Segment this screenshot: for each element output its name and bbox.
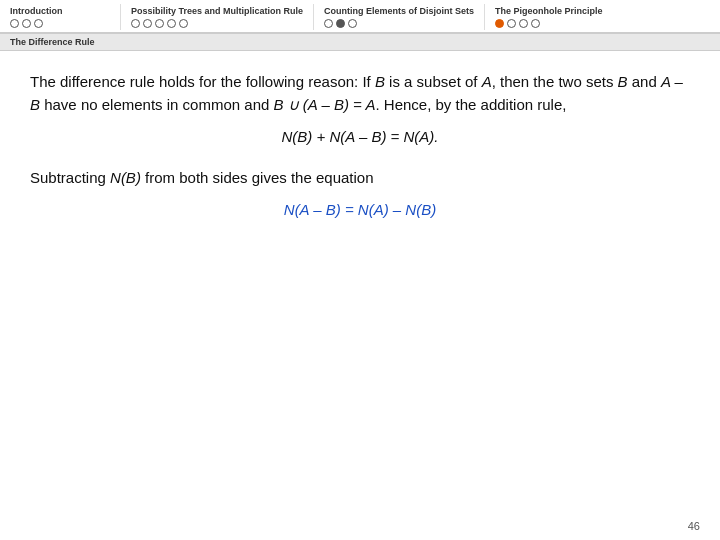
nav-dots-counting <box>324 19 474 28</box>
p2-NB: N(B) <box>110 169 141 186</box>
nav-dots-pigeonhole <box>495 19 603 28</box>
dot-poss-2 <box>143 19 152 28</box>
dot-pig-4 <box>531 19 540 28</box>
paragraph-2: Subtracting N(B) from both sides gives t… <box>30 167 690 190</box>
formula-2: N(A – B) = N(A) – N(B) <box>30 199 690 222</box>
nav-dots-introduction <box>10 19 110 28</box>
nav-bar: Introduction Possibility Trees and Multi… <box>0 0 720 34</box>
dot-poss-5 <box>179 19 188 28</box>
nav-section-title-pigeonhole: The Pigeonhole Principle <box>495 6 603 16</box>
p1-part5: have no elements in common and <box>40 96 273 113</box>
p2-part2: from both sides gives the equation <box>141 169 374 186</box>
dot-poss-3 <box>155 19 164 28</box>
dot-count-3 <box>348 19 357 28</box>
main-content: The difference rule holds for the follow… <box>0 51 720 250</box>
sub-heading-bar: The Difference Rule <box>0 34 720 51</box>
nav-section-possibility[interactable]: Possibility Trees and Multiplication Rul… <box>120 4 313 30</box>
page-number-value: 46 <box>688 520 700 532</box>
p1-formula1-inline: B ∪ (A – B) = A <box>273 96 375 113</box>
dot-poss-4 <box>167 19 176 28</box>
paragraph-1: The difference rule holds for the follow… <box>30 71 690 116</box>
dot-intro-2 <box>22 19 31 28</box>
nav-section-introduction[interactable]: Introduction <box>0 4 120 30</box>
dot-count-1 <box>324 19 333 28</box>
dot-pig-1 <box>495 19 504 28</box>
page-number: 46 <box>688 520 700 532</box>
nav-section-title-possibility: Possibility Trees and Multiplication Rul… <box>131 6 303 16</box>
sub-heading-label: The Difference Rule <box>10 37 95 47</box>
p2-part1: Subtracting <box>30 169 110 186</box>
formula-1: N(B) + N(A – B) = N(A). <box>30 126 690 149</box>
dot-pig-2 <box>507 19 516 28</box>
p1-part1: The difference rule holds for the follow… <box>30 73 375 90</box>
p1-part2: is a subset of <box>385 73 482 90</box>
formula-2-text: N(A – B) = N(A) – N(B) <box>284 201 436 218</box>
p1-part4: and <box>628 73 661 90</box>
p1-B2: B <box>618 73 628 90</box>
nav-dots-possibility <box>131 19 303 28</box>
p1-part3: , then the two sets <box>492 73 618 90</box>
nav-section-pigeonhole[interactable]: The Pigeonhole Principle <box>484 4 613 30</box>
dot-pig-3 <box>519 19 528 28</box>
p1-B1: B <box>375 73 385 90</box>
dot-intro-1 <box>10 19 19 28</box>
p1-part6: . Hence, by the addition rule, <box>376 96 567 113</box>
dot-intro-3 <box>34 19 43 28</box>
nav-section-counting[interactable]: Counting Elements of Disjoint Sets <box>313 4 484 30</box>
p1-A: A <box>482 73 492 90</box>
dot-count-2 <box>336 19 345 28</box>
nav-section-title-introduction: Introduction <box>10 6 110 16</box>
formula-1-text: N(B) + N(A – B) = N(A). <box>282 128 439 145</box>
nav-section-title-counting: Counting Elements of Disjoint Sets <box>324 6 474 16</box>
dot-poss-1 <box>131 19 140 28</box>
